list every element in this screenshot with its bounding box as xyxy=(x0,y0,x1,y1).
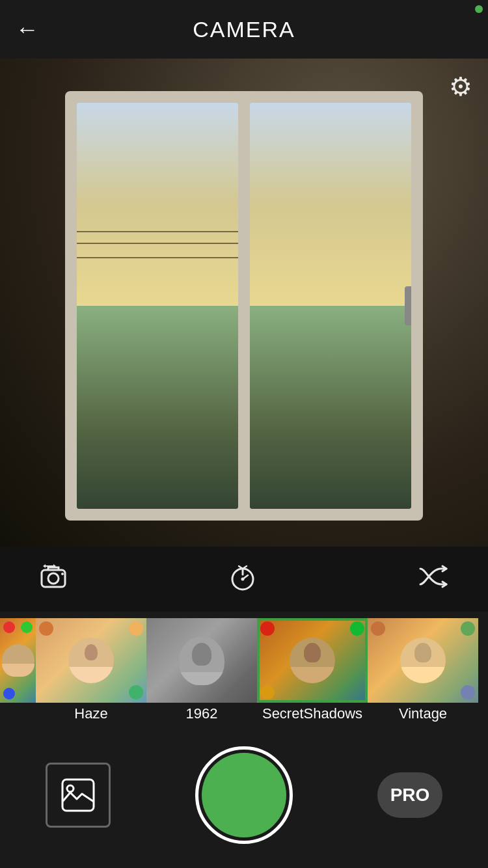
window-pane-left xyxy=(77,103,238,509)
svg-point-6 xyxy=(241,577,245,580)
filter-item-haze[interactable]: Haze xyxy=(36,618,146,722)
window-frame xyxy=(65,91,423,521)
filter-label-haze: Haze xyxy=(74,705,107,722)
svg-point-1 xyxy=(48,573,59,584)
power-line-1 xyxy=(77,231,238,232)
filter-item-vintage[interactable]: Vintage xyxy=(368,618,478,722)
filter-item-secretshadows[interactable]: SecretShadows xyxy=(257,618,368,722)
header-title: CAMERA xyxy=(193,17,295,42)
window-handle xyxy=(405,286,411,325)
filter-label-secretshadows: SecretShadows xyxy=(262,705,362,722)
power-line-3 xyxy=(77,257,238,258)
pro-label: PRO xyxy=(390,785,430,806)
shutter-button[interactable] xyxy=(195,746,293,844)
filter-item-1962[interactable]: 1962 xyxy=(146,618,257,722)
back-icon: ← xyxy=(16,16,39,43)
header-bar: ← CAMERA xyxy=(0,0,488,59)
camera-controls-bar xyxy=(0,547,488,612)
bottom-bar: PRO xyxy=(0,722,488,868)
timer-button[interactable] xyxy=(228,562,257,597)
flip-camera-button[interactable] xyxy=(39,563,68,595)
green-status-dot xyxy=(475,5,483,13)
power-line-2 xyxy=(77,243,238,244)
filter-label-vintage: Vintage xyxy=(399,705,447,722)
shuffle-button[interactable] xyxy=(418,563,449,595)
gallery-button[interactable] xyxy=(46,763,111,828)
filters-strip: Haze 1962 SecretShadows xyxy=(0,612,488,722)
camera-viewfinder[interactable]: ⚙ xyxy=(0,59,488,547)
shutter-inner xyxy=(202,753,286,837)
back-button[interactable]: ← xyxy=(16,16,39,43)
pro-button[interactable]: PRO xyxy=(377,772,442,818)
filter-item-original[interactable] xyxy=(0,618,36,705)
settings-button[interactable]: ⚙ xyxy=(449,72,472,102)
power-lines xyxy=(77,224,238,277)
window-pane-right xyxy=(250,103,411,509)
svg-point-2 xyxy=(61,573,64,575)
filter-label-1962: 1962 xyxy=(186,705,218,722)
svg-point-10 xyxy=(67,785,74,792)
